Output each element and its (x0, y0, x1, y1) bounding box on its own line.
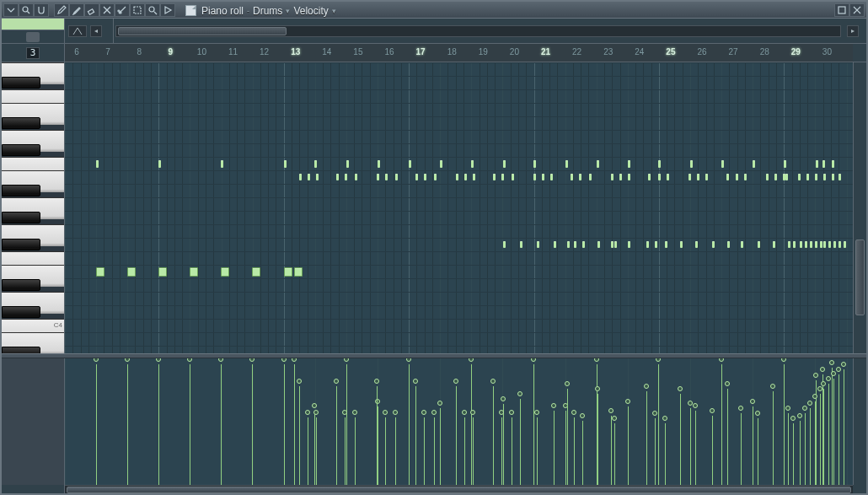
note[interactable] (533, 174, 536, 180)
close-button[interactable] (849, 3, 865, 17)
note[interactable] (806, 174, 809, 180)
velocity-handle[interactable] (94, 358, 99, 362)
velocity-handle[interactable] (826, 376, 831, 381)
velocity-event[interactable] (567, 389, 568, 485)
note[interactable] (823, 241, 826, 248)
note[interactable] (565, 160, 568, 168)
velocity-handle[interactable] (352, 410, 357, 415)
note[interactable] (221, 267, 229, 277)
black-key[interactable] (2, 239, 40, 250)
velocity-handle[interactable] (678, 386, 683, 391)
velocity-event[interactable] (252, 364, 253, 485)
note[interactable] (658, 174, 661, 180)
note[interactable] (395, 174, 398, 180)
zoom-tool-button[interactable] (145, 3, 160, 17)
velocity-handle[interactable] (831, 371, 836, 376)
note[interactable] (473, 174, 475, 180)
note[interactable] (294, 267, 303, 277)
velocity-event[interactable] (582, 421, 583, 485)
note[interactable] (424, 174, 426, 180)
black-key[interactable] (2, 212, 40, 223)
velocity-handle[interactable] (802, 406, 807, 411)
note[interactable] (440, 160, 442, 168)
note[interactable] (705, 174, 708, 180)
velocity-handle[interactable] (750, 399, 755, 404)
black-key[interactable] (2, 185, 40, 196)
velocity-handle[interactable] (462, 410, 467, 415)
note[interactable] (190, 267, 198, 277)
note[interactable] (503, 241, 506, 248)
velocity-event[interactable] (753, 406, 753, 485)
velocity-event[interactable] (501, 417, 502, 485)
note[interactable] (689, 174, 691, 180)
velocity-event[interactable] (127, 364, 128, 485)
velocity-event[interactable] (611, 416, 612, 485)
velocity-handle[interactable] (817, 386, 822, 391)
note[interactable] (773, 241, 775, 248)
note[interactable] (314, 160, 317, 168)
note[interactable] (839, 174, 841, 180)
note[interactable] (628, 174, 630, 180)
velocity-event[interactable] (345, 417, 346, 485)
note[interactable] (816, 160, 818, 168)
velocity-event[interactable] (464, 417, 465, 485)
note[interactable] (158, 160, 161, 168)
note[interactable] (493, 174, 496, 180)
note[interactable] (766, 174, 769, 180)
velocity-handle[interactable] (305, 410, 310, 415)
velocity-event[interactable] (574, 417, 575, 485)
black-key[interactable] (2, 117, 40, 129)
note[interactable] (798, 174, 801, 180)
draw-tool-button[interactable] (54, 3, 69, 17)
note[interactable] (346, 160, 349, 168)
note[interactable] (667, 174, 669, 180)
scroll-right-button[interactable]: ▸ (847, 25, 859, 37)
velocity-event[interactable] (377, 386, 378, 485)
note[interactable] (614, 241, 617, 248)
note[interactable] (712, 241, 715, 248)
snap-button[interactable] (34, 3, 49, 17)
note[interactable] (434, 174, 437, 180)
menu-button[interactable] (3, 3, 19, 17)
velocity-handle[interactable] (797, 413, 802, 418)
velocity-handle[interactable] (565, 381, 570, 386)
note[interactable] (582, 241, 585, 248)
velocity-handle[interactable] (812, 394, 817, 399)
note[interactable] (805, 241, 807, 248)
note[interactable] (571, 174, 573, 180)
velocity-handle[interactable] (662, 416, 667, 421)
velocity-handle[interactable] (375, 399, 380, 404)
note[interactable] (690, 160, 693, 168)
velocity-handle[interactable] (249, 358, 255, 362)
note[interactable] (554, 241, 556, 248)
note[interactable] (308, 174, 310, 180)
view-button[interactable] (19, 3, 34, 17)
note[interactable] (542, 174, 544, 180)
note[interactable] (597, 241, 600, 248)
velocity-event[interactable] (832, 368, 833, 485)
velocity-event[interactable] (308, 417, 308, 485)
vertical-scrollbar[interactable] (853, 62, 866, 353)
velocity-event[interactable] (658, 364, 659, 485)
velocity-handle[interactable] (656, 358, 661, 362)
velocity-event[interactable] (409, 364, 410, 485)
velocity-handle[interactable] (344, 358, 349, 362)
note[interactable] (574, 241, 576, 248)
note-color-swatch[interactable] (2, 19, 64, 30)
note[interactable] (579, 174, 581, 180)
note[interactable] (252, 267, 260, 277)
note[interactable] (456, 174, 458, 180)
slice-tool-button[interactable] (115, 3, 130, 17)
velocity-event[interactable] (758, 418, 758, 485)
velocity-handle[interactable] (813, 373, 818, 378)
note[interactable] (158, 267, 167, 277)
velocity-event[interactable] (554, 411, 555, 485)
velocity-handle[interactable] (421, 410, 426, 415)
note[interactable] (774, 174, 777, 180)
velocity-event[interactable] (346, 364, 347, 485)
velocity-handle[interactable] (594, 358, 599, 362)
velocity-event[interactable] (190, 364, 190, 485)
title-mode[interactable]: Velocity (293, 5, 328, 17)
note[interactable] (221, 160, 223, 168)
velocity-event[interactable] (299, 386, 300, 485)
